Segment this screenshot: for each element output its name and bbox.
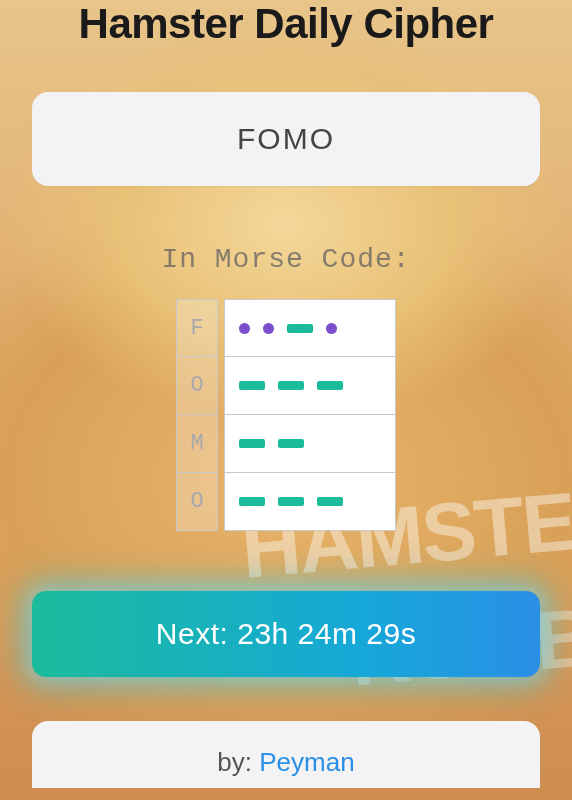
morse-row: O [176,473,396,531]
morse-letter-cell: M [176,415,218,473]
cipher-answer-text: FOMO [52,122,520,156]
page-title: Hamster Daily Cipher [79,0,494,48]
morse-grid: FOMO [176,299,396,531]
morse-dot [239,323,250,334]
morse-dash [239,497,265,506]
morse-dash [239,381,265,390]
next-countdown-button[interactable]: Next: 23h 24m 29s [32,591,540,677]
morse-dot [263,323,274,334]
morse-dash [278,497,304,506]
next-prefix: Next: [156,617,237,650]
morse-letter-cell: F [176,299,218,357]
morse-dash [239,439,265,448]
morse-row: F [176,299,396,357]
morse-dot [326,323,337,334]
cipher-answer-card: FOMO [32,92,540,186]
main-content: Hamster Daily Cipher FOMO In Morse Code:… [0,0,572,800]
morse-code-cell [224,299,396,357]
morse-row: O [176,357,396,415]
morse-row: M [176,415,396,473]
morse-code-cell [224,473,396,531]
morse-section-label: In Morse Code: [161,244,410,275]
morse-dash [278,439,304,448]
morse-letter-cell: O [176,473,218,531]
morse-code-cell [224,357,396,415]
morse-dash [317,381,343,390]
credit-card: by: Peyman [32,721,540,788]
morse-dash [317,497,343,506]
morse-letter-cell: O [176,357,218,415]
next-time: 23h 24m 29s [237,617,416,650]
credit-author-link[interactable]: Peyman [259,747,354,777]
morse-dash [287,324,313,333]
morse-code-cell [224,415,396,473]
morse-dash [278,381,304,390]
credit-prefix: by: [217,747,259,777]
